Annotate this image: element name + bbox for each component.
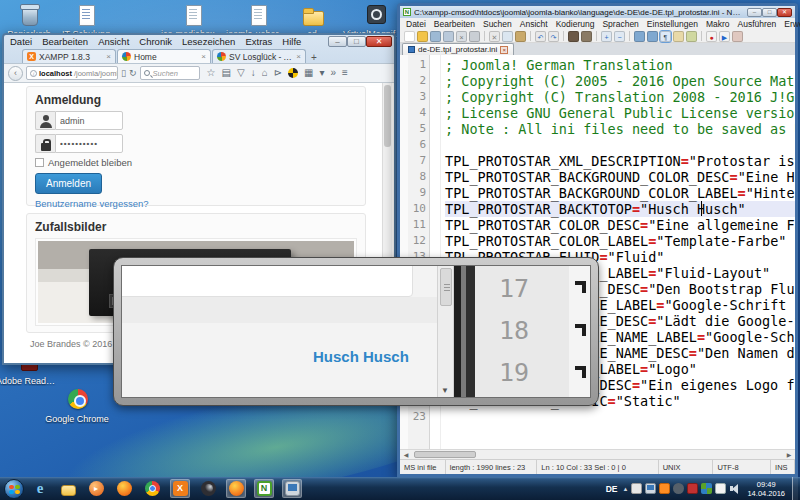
redo-icon[interactable]: ↷ — [548, 31, 559, 42]
notepadpp-titlebar[interactable]: N C:\xampp-cmsod\htdocs\joomla\joomla-bl… — [400, 6, 795, 18]
word-wrap-icon[interactable]: ¶ — [660, 31, 671, 42]
npp-menu-suchen[interactable]: Suchen — [483, 19, 512, 29]
minimize-button[interactable]: – — [747, 8, 762, 17]
reader-mode-icon[interactable]: ▯ — [121, 68, 126, 78]
scroll-right-arrow[interactable]: ▶ — [785, 451, 793, 459]
record-macro-icon[interactable]: ● — [706, 31, 717, 42]
sync-horizontal-icon[interactable] — [647, 31, 658, 42]
close-icon[interactable]: × — [456, 31, 467, 42]
pocket-icon[interactable]: ▽ — [237, 67, 245, 79]
tab-close-icon[interactable]: × — [106, 52, 111, 61]
npp-menu-makro[interactable]: Makro — [706, 19, 730, 29]
npp-menu-datei[interactable]: Datei — [406, 19, 426, 29]
tab-home[interactable]: Home× — [117, 49, 211, 63]
open-icon[interactable] — [417, 31, 428, 42]
show-all-chars-icon[interactable] — [673, 31, 684, 42]
undo-icon[interactable]: ↶ — [535, 31, 546, 42]
npp-menu-einstellungen[interactable]: Einstellungen — [647, 19, 698, 29]
firefox-menu-extras[interactable]: Extras — [245, 36, 272, 47]
firefox-titlebar[interactable]: DateiBearbeitenAnsichtChronikLesezeichen… — [4, 35, 394, 48]
explorer-icon[interactable] — [58, 479, 78, 498]
firefox-menu-ansicht[interactable]: Ansicht — [98, 36, 129, 47]
url-bar[interactable]: i localhost/joomla/joomla-blan — [26, 66, 118, 80]
maximize-button[interactable]: □ — [762, 8, 777, 17]
bookmarks-icon[interactable]: ▤ — [221, 67, 230, 79]
username-field[interactable] — [55, 111, 123, 130]
copy-icon[interactable] — [502, 31, 513, 42]
tab-close-icon[interactable]: × — [500, 46, 508, 54]
flag-tray-icon[interactable] — [715, 483, 726, 494]
volume-tray-icon[interactable] — [729, 483, 740, 494]
media-player-icon[interactable]: ▸ — [86, 479, 106, 498]
more-icon[interactable]: » — [331, 67, 337, 79]
npp-menu-sprachen[interactable]: Sprachen — [602, 19, 638, 29]
menu-icon[interactable]: ≡ — [342, 67, 348, 79]
firefox-icon[interactable] — [114, 479, 134, 498]
replace-icon[interactable] — [581, 31, 592, 42]
horizontal-scrollbar[interactable]: ◀ ▶ — [400, 449, 795, 459]
update-tray-icon[interactable] — [673, 483, 684, 494]
maximize-button[interactable]: □ — [347, 36, 366, 47]
extension-icon[interactable]: ▦ — [304, 67, 313, 79]
minimize-button[interactable]: – — [328, 36, 347, 47]
dropdown-icon[interactable]: ▾ — [320, 67, 325, 79]
firefox-menu-hilfe[interactable]: Hilfe — [282, 36, 301, 47]
cut-icon[interactable]: ✕ — [489, 31, 500, 42]
start-button[interactable] — [4, 479, 24, 499]
new-tab-button[interactable]: + — [311, 52, 317, 63]
hidden-icons-chevron[interactable]: ▲ — [623, 486, 629, 492]
scroll-left-arrow[interactable]: ◀ — [402, 451, 410, 459]
app-dark-icon[interactable] — [198, 479, 218, 498]
play-macro-icon[interactable]: ▶ — [719, 31, 730, 42]
site-info-icon[interactable]: i — [30, 70, 37, 77]
npp-menu-kodierung[interactable]: Kodierung — [556, 19, 595, 29]
star-icon[interactable]: ☆ — [207, 67, 216, 79]
forgot-username-link[interactable]: Benutzername vergessen? — [35, 198, 357, 209]
xampp-icon[interactable]: X — [170, 479, 190, 498]
firefox-menu-lesezeichen[interactable]: Lesezeichen — [182, 36, 235, 47]
mail-tray-icon[interactable] — [631, 483, 642, 494]
download-icon[interactable]: ↓ — [251, 67, 256, 79]
save-icon[interactable] — [430, 31, 441, 42]
npp-menu-erweiterungen[interactable]: Erweiterungen — [784, 19, 800, 29]
magnifier-lens-window[interactable]: Husch Husch ▼ 171819 — [113, 257, 599, 406]
close-button[interactable]: ✕ — [777, 8, 792, 17]
vlc-tray-icon[interactable] — [659, 483, 670, 494]
tab-close-icon[interactable]: × — [296, 52, 301, 61]
save-all-icon[interactable] — [443, 31, 454, 42]
hscroll-thumb[interactable] — [414, 451, 476, 458]
display-tray-icon[interactable] — [645, 483, 656, 494]
document-tab[interactable]: de-DE.tpl_protostar.ini × — [402, 43, 514, 55]
new-file-icon[interactable] — [404, 31, 415, 42]
npp-menu-bearbeiten[interactable]: Bearbeiten — [434, 19, 475, 29]
find-icon[interactable] — [568, 31, 579, 42]
tab-xampp-1-8-3[interactable]: XXAMPP 1.8.3× — [22, 49, 116, 63]
firefox-menu-chronik[interactable]: Chronik — [139, 36, 172, 47]
reload-icon[interactable]: ↻ — [129, 68, 137, 78]
show-desktop-button[interactable] — [792, 477, 798, 500]
back-button[interactable]: ‹ — [8, 66, 23, 81]
paste-icon[interactable] — [515, 31, 526, 42]
home-icon[interactable]: ⌂ — [262, 67, 268, 79]
taskbar-clock[interactable]: 09:49 14.04.2016 — [743, 480, 789, 498]
network-tray-icon[interactable] — [701, 483, 712, 494]
remember-checkbox[interactable] — [35, 158, 44, 167]
login-button[interactable]: Anmelden — [35, 173, 102, 194]
firefox-active-icon[interactable] — [226, 479, 246, 498]
zoom-out-icon[interactable]: − — [614, 31, 625, 42]
scrollbar-thumb[interactable] — [384, 85, 391, 147]
save-macro-icon[interactable] — [732, 31, 743, 42]
firefox-menu-datei[interactable]: Datei — [10, 36, 32, 47]
close-button[interactable]: ✕ — [366, 36, 392, 47]
tab-close-icon[interactable]: × — [201, 52, 206, 61]
notepadpp-icon[interactable]: N — [254, 479, 274, 498]
sync-vertical-icon[interactable] — [634, 31, 645, 42]
npp-menu-ausführen[interactable]: Ausführen — [738, 19, 777, 29]
ie-icon[interactable]: e — [30, 479, 50, 498]
search-input[interactable]: Suchen — [140, 66, 200, 80]
tab-sv-losgl-ck-administrati-[interactable]: SV Losglück - Administrati...× — [212, 49, 306, 63]
send-icon[interactable]: ⊳ — [274, 67, 282, 79]
password-field[interactable] — [55, 134, 123, 153]
zoom-in-icon[interactable]: + — [601, 31, 612, 42]
colorzilla-icon[interactable] — [288, 68, 298, 78]
